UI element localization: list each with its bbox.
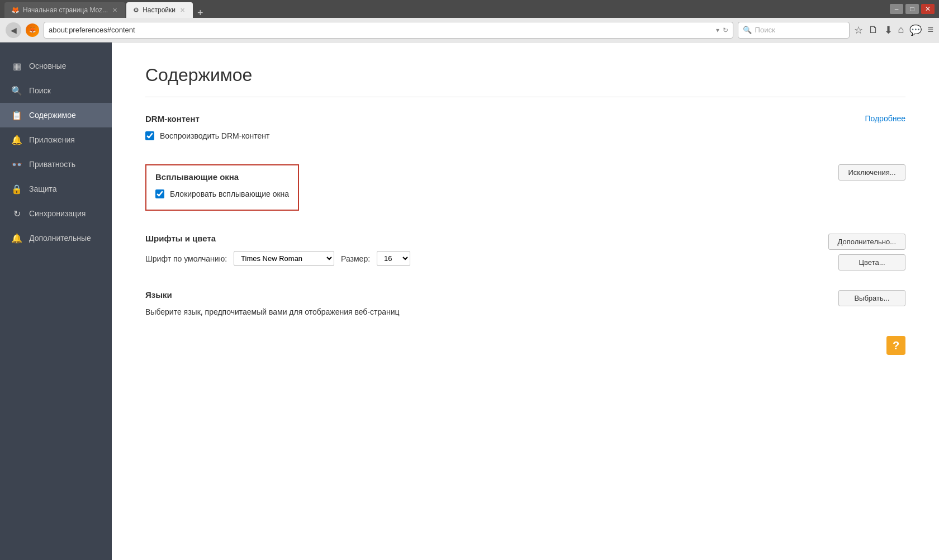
- dropdown-icon: ▾: [716, 26, 719, 34]
- languages-section-left: Языки Выберите язык, предпочитаемый вами…: [145, 290, 838, 316]
- address-bar[interactable]: about:preferences#content ▾ ↻: [44, 22, 733, 39]
- fonts-section: Шрифты и цвета Шрифт по умолчанию: Times…: [145, 234, 905, 270]
- sidebar-item-content[interactable]: 📋 Содержимое: [0, 103, 112, 127]
- content-area: Содержимое DRM-контент Воспроизводить DR…: [112, 42, 939, 560]
- tab-home-label: Начальная страница Moz...: [23, 6, 108, 14]
- drm-section-left: DRM-контент Воспроизводить DRM-контент: [145, 114, 865, 145]
- library-icon[interactable]: 🗋: [869, 24, 879, 36]
- security-icon: 🔒: [11, 183, 22, 194]
- advanced-icon: 🔔: [11, 232, 22, 244]
- drm-section: DRM-контент Воспроизводить DRM-контент П…: [145, 114, 905, 145]
- sidebar-label-advanced: Дополнительные: [29, 234, 91, 243]
- basic-icon: ▦: [11, 60, 22, 72]
- main-layout: ▦ Основные 🔍 Поиск 📋 Содержимое 🔔 Прилож…: [0, 42, 939, 560]
- address-text: about:preferences#content: [49, 26, 135, 34]
- popup-checkbox-row: Блокировать всплывающие окна: [155, 189, 289, 198]
- window-controls: – □ ✕: [890, 4, 935, 14]
- tabs-area: 🦊 Начальная страница Moz... ✕ ⚙ Настройк…: [4, 0, 206, 18]
- download-icon[interactable]: ⬇: [884, 24, 893, 36]
- address-icons: ▾ ↻: [716, 26, 728, 34]
- drm-title: DRM-контент: [145, 114, 865, 124]
- exceptions-button[interactable]: Исключения...: [838, 164, 905, 181]
- close-button[interactable]: ✕: [921, 4, 935, 14]
- fonts-title: Шрифты и цвета: [145, 234, 828, 243]
- toolbar-icons: ☆ 🗋 ⬇ ⌂ 💬 ≡: [854, 24, 933, 36]
- title-divider: [145, 97, 905, 97]
- drm-checkbox-label: Воспроизводить DRM-контент: [160, 131, 269, 140]
- sidebar-label-apps: Приложения: [29, 135, 75, 144]
- popup-section-row: Всплывающие окна Блокировать всплывающие…: [145, 164, 905, 214]
- page-title: Содержимое: [145, 65, 905, 86]
- search-placeholder: Поиск: [755, 26, 775, 34]
- popup-checkbox-label: Блокировать всплывающие окна: [170, 189, 289, 198]
- minimize-button[interactable]: –: [890, 4, 903, 14]
- home-icon[interactable]: ⌂: [898, 24, 904, 36]
- fonts-section-row: Шрифты и цвета Шрифт по умолчанию: Times…: [145, 234, 905, 270]
- sidebar-label-content: Содержимое: [29, 111, 76, 120]
- tab-home[interactable]: 🦊 Начальная страница Moz... ✕: [4, 2, 125, 18]
- search-box[interactable]: 🔍 Поиск: [738, 22, 850, 39]
- font-select[interactable]: Times New Roman Arial Helvetica Georgia: [234, 251, 334, 266]
- privacy-icon: 👓: [11, 159, 22, 170]
- languages-title: Языки: [145, 290, 838, 300]
- popup-section-left: Всплывающие окна Блокировать всплывающие…: [145, 164, 838, 214]
- drm-section-row: DRM-контент Воспроизводить DRM-контент П…: [145, 114, 905, 145]
- sidebar-item-security[interactable]: 🔒 Защита: [0, 177, 112, 201]
- choose-language-button[interactable]: Выбрать...: [838, 290, 905, 306]
- sidebar-label-security: Защита: [29, 184, 57, 193]
- advanced-fonts-button[interactable]: Дополнительно...: [828, 234, 905, 250]
- sidebar-label-privacy: Приватность: [29, 160, 75, 169]
- nav-bar: ◀ 🦊 about:preferences#content ▾ ↻ 🔍 Поис…: [0, 18, 939, 42]
- tab-home-icon: 🦊: [11, 6, 20, 14]
- sidebar-item-sync[interactable]: ↻ Синхронизация: [0, 201, 112, 226]
- drm-checkbox[interactable]: [145, 131, 154, 140]
- reload-icon[interactable]: ↻: [723, 26, 728, 34]
- new-tab-button[interactable]: +: [194, 8, 207, 18]
- help-area: ?: [145, 336, 905, 355]
- sidebar-item-search[interactable]: 🔍 Поиск: [0, 78, 112, 103]
- languages-section-right: Выбрать...: [838, 290, 905, 306]
- firefox-logo: 🦊: [26, 23, 39, 37]
- title-bar: 🦊 Начальная страница Moz... ✕ ⚙ Настройк…: [0, 0, 939, 18]
- tab-settings-close[interactable]: ✕: [179, 7, 186, 14]
- help-button[interactable]: ?: [886, 336, 905, 355]
- popup-title: Всплывающие окна: [155, 172, 289, 182]
- sidebar-item-advanced[interactable]: 🔔 Дополнительные: [0, 226, 112, 250]
- fonts-section-left: Шрифты и цвета Шрифт по умолчанию: Times…: [145, 234, 828, 266]
- back-button[interactable]: ◀: [6, 22, 21, 38]
- popup-bordered: Всплывающие окна Блокировать всплывающие…: [145, 164, 299, 211]
- languages-section-row: Языки Выберите язык, предпочитаемый вами…: [145, 290, 905, 316]
- sidebar: ▦ Основные 🔍 Поиск 📋 Содержимое 🔔 Прилож…: [0, 42, 112, 560]
- font-label: Шрифт по умолчанию:: [145, 254, 227, 263]
- popup-section: Всплывающие окна Блокировать всплывающие…: [145, 164, 905, 214]
- sidebar-item-apps[interactable]: 🔔 Приложения: [0, 127, 112, 152]
- tab-settings-icon: ⚙: [133, 6, 139, 14]
- menu-icon[interactable]: ≡: [927, 24, 933, 36]
- drm-section-right: Подробнее: [865, 114, 905, 123]
- search-nav-icon: 🔍: [11, 85, 22, 96]
- fonts-section-right: Дополнительно... Цвета...: [828, 234, 905, 270]
- maximize-button[interactable]: □: [905, 4, 919, 14]
- search-icon: 🔍: [743, 26, 752, 34]
- sidebar-label-basic: Основные: [29, 61, 66, 70]
- size-select[interactable]: 12 14 16 18 20: [377, 251, 410, 266]
- languages-section: Языки Выберите язык, предпочитаемый вами…: [145, 290, 905, 316]
- content-icon: 📋: [11, 110, 22, 121]
- drm-details-link[interactable]: Подробнее: [865, 114, 905, 123]
- tab-settings[interactable]: ⚙ Настройки ✕: [126, 2, 193, 18]
- languages-description: Выберите язык, предпочитаемый вами для о…: [145, 307, 838, 316]
- colors-button[interactable]: Цвета...: [838, 254, 905, 270]
- tab-home-close[interactable]: ✕: [111, 7, 118, 14]
- popup-checkbox[interactable]: [155, 189, 164, 198]
- pocket-icon[interactable]: 💬: [909, 24, 922, 36]
- sidebar-label-sync: Синхронизация: [29, 209, 86, 218]
- sidebar-item-privacy[interactable]: 👓 Приватность: [0, 152, 112, 177]
- bookmark-icon[interactable]: ☆: [854, 24, 863, 36]
- apps-icon: 🔔: [11, 134, 22, 145]
- size-label: Размер:: [341, 254, 370, 263]
- sidebar-label-search: Поиск: [29, 86, 51, 95]
- sidebar-item-basic[interactable]: ▦ Основные: [0, 54, 112, 78]
- sync-icon: ↻: [11, 208, 22, 219]
- firefox-icon: 🦊: [29, 27, 36, 33]
- drm-checkbox-row: Воспроизводить DRM-контент: [145, 131, 865, 140]
